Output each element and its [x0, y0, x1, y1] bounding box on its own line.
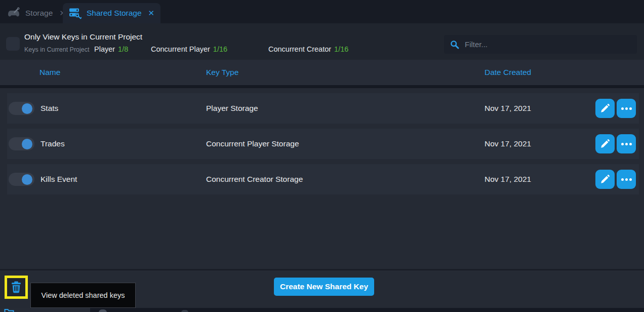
header: Only View Keys in Current Project Keys i…	[0, 23, 644, 60]
key-date-created: Nov 17, 2021	[485, 93, 531, 124]
pencil-icon	[600, 174, 610, 184]
more-options-button[interactable]	[617, 170, 636, 189]
tab-shared-storage[interactable]: Shared Storage ✕	[63, 3, 160, 23]
tab-bar: Storage ✕ Shared Storage ✕	[0, 0, 644, 23]
shared-storage-window: Storage ✕ Shared Storage ✕ Only View Key…	[0, 0, 644, 312]
toggle-knob	[22, 103, 32, 114]
key-enabled-toggle[interactable]	[9, 102, 34, 115]
key-date-created: Nov 17, 2021	[485, 164, 531, 194]
bottom-panel-tab[interactable]	[0, 308, 90, 312]
key-type: Concurrent Creator Storage	[206, 164, 303, 194]
player-key-count-value: 1/8	[118, 45, 128, 53]
column-header-name[interactable]: Name	[39, 60, 60, 85]
toggle-knob	[22, 174, 32, 185]
bottom-panel-edge	[0, 308, 644, 312]
checkbox-label: Only View Keys in Current Project	[24, 32, 142, 42]
key-name: Kills Event	[41, 164, 77, 194]
shared-keys-table: Stats Player Storage Nov 17, 2021 Trades…	[0, 88, 644, 269]
more-options-button[interactable]	[617, 99, 636, 118]
key-enabled-toggle[interactable]	[9, 137, 34, 150]
edit-key-button[interactable]	[595, 99, 615, 118]
player-key-count: Player1/8	[94, 45, 128, 53]
create-new-shared-key-button[interactable]: Create New Shared Key	[274, 278, 374, 296]
tooltip: View deleted shared keys	[30, 283, 136, 308]
edit-key-button[interactable]	[595, 170, 615, 189]
filter-input[interactable]	[464, 40, 631, 49]
toggle-knob	[22, 139, 32, 149]
column-header-date-created[interactable]: Date Created	[485, 60, 531, 85]
concurrent-creator-key-count-value: 1/16	[334, 45, 348, 53]
view-deleted-keys-button[interactable]	[5, 276, 28, 299]
key-type: Concurrent Player Storage	[206, 129, 299, 159]
table-row: Kills Event Concurrent Creator Storage N…	[7, 164, 639, 194]
search-icon	[450, 40, 459, 49]
trash-icon	[11, 281, 21, 293]
more-options-button[interactable]	[617, 134, 636, 153]
edit-key-button[interactable]	[595, 134, 615, 153]
tab-shared-storage-label: Shared Storage	[87, 9, 142, 18]
key-type: Player Storage	[206, 93, 258, 124]
hidden-panel-icon	[99, 309, 107, 312]
folder-icon	[4, 308, 14, 312]
only-view-keys-checkbox[interactable]	[6, 37, 20, 51]
key-name: Stats	[41, 93, 58, 124]
ellipsis-icon	[621, 107, 632, 110]
key-name: Trades	[41, 129, 65, 159]
footer: View deleted shared keys Create New Shar…	[0, 270, 644, 308]
pencil-icon	[600, 103, 610, 113]
key-date-created: Nov 17, 2021	[485, 129, 531, 159]
concurrent-creator-key-count: Concurrent Creator1/16	[268, 45, 348, 53]
concurrent-player-key-count-value: 1/16	[213, 45, 227, 53]
close-tab-icon[interactable]: ✕	[148, 9, 155, 18]
hidden-panel-icon	[181, 310, 188, 312]
filter-field	[444, 35, 637, 54]
ellipsis-icon	[621, 178, 632, 181]
key-enabled-toggle[interactable]	[9, 173, 34, 186]
concurrent-player-key-count: Concurrent Player1/16	[151, 45, 227, 53]
shared-storage-icon	[69, 7, 82, 19]
tab-storage-label: Storage	[25, 9, 53, 18]
table-row: Stats Player Storage Nov 17, 2021	[7, 93, 639, 124]
tab-storage[interactable]: Storage ✕	[1, 3, 72, 23]
column-header-key-type[interactable]: Key Type	[206, 60, 238, 85]
keys-summary-label: Keys in Current Project	[24, 46, 90, 53]
ellipsis-icon	[621, 143, 632, 145]
gamepad-wrench-icon	[7, 7, 20, 19]
pencil-icon	[600, 139, 610, 149]
table-row: Trades Concurrent Player Storage Nov 17,…	[7, 129, 639, 159]
table-header: Name Key Type Date Created	[0, 60, 644, 85]
